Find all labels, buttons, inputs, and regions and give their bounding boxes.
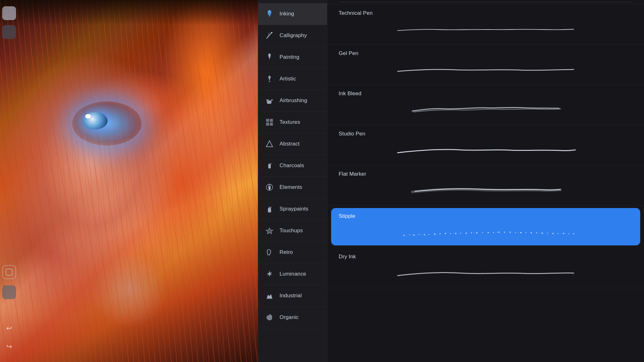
svg-point-16 [403,235,405,236]
dry-ink-stroke [339,264,633,281]
artistic-icon [264,74,275,84]
category-item-abstract[interactable]: Abstract [258,133,327,155]
category-item-airbrushing[interactable]: Airbrushing [258,90,327,112]
airbrushing-icon [264,96,275,106]
svg-point-53 [453,233,454,234]
category-item-textures[interactable]: Textures [258,112,327,133]
svg-point-56 [518,232,519,233]
category-item-spraypaints[interactable]: Spraypaints [258,198,327,220]
svg-point-52 [437,234,437,235]
header-line [339,2,633,3]
category-item-charcoals[interactable]: Charcoals [258,155,327,177]
category-item-painting[interactable]: Painting [258,47,327,68]
painting-icon [264,52,275,62]
toolbar-bottom: ↩ ↪ [0,322,18,353]
luminance-icon [264,269,275,279]
flat-marker-name: Flat Marker [339,171,633,177]
brush-list-panel: Technical Pen Gel Pen Ink Bleed [327,0,644,362]
svg-point-57 [540,233,540,233]
brush-categories-panel: Inking Calligraphy Painting Arti [258,0,327,362]
svg-point-11 [269,185,270,186]
svg-rect-3 [266,99,269,101]
category-item-organic[interactable]: Organic [258,307,327,328]
svg-point-23 [440,233,441,234]
undo-button[interactable]: ↩ [3,322,15,334]
category-item-touchups[interactable]: Touchups [258,220,327,242]
svg-point-38 [520,232,522,233]
textures-label: Textures [280,119,300,125]
svg-point-35 [504,232,505,233]
svg-point-40 [531,232,532,233]
studio-pen-stroke [339,141,633,158]
inking-icon [264,9,275,19]
category-item-elements[interactable]: Elements [258,177,327,198]
calligraphy-icon [264,30,275,41]
svg-point-22 [434,233,436,235]
spraypaints-label: Spraypaints [280,206,308,212]
technical-pen-name: Technical Pen [339,10,633,16]
technical-pen-stroke [339,20,633,37]
svg-point-15 [270,207,272,208]
svg-point-42 [542,233,543,234]
left-toolbar: ↩ ↪ [0,0,18,362]
charcoals-icon [264,161,275,171]
svg-point-45 [558,233,558,234]
brush-item-technical-pen[interactable]: Technical Pen [327,4,644,45]
svg-point-21 [429,234,430,235]
stipple-stroke [339,223,633,240]
svg-point-49 [406,235,407,236]
svg-point-29 [471,232,472,233]
category-item-artistic[interactable]: Artistic [258,68,327,90]
svg-rect-14 [269,207,270,208]
svg-point-43 [547,233,548,233]
flat-marker-stroke [339,181,633,198]
ink-bleed-stroke [339,101,633,118]
elements-icon [264,182,275,192]
painting-label: Painting [280,54,299,60]
category-item-luminance[interactable]: Luminance [258,263,327,285]
svg-point-50 [412,235,412,235]
brush-shape-selector[interactable] [2,265,16,279]
svg-point-17 [409,234,410,235]
svg-point-33 [493,232,494,233]
svg-point-26 [455,233,457,234]
studio-pen-name: Studio Pen [339,131,633,137]
touchups-icon [264,226,275,236]
brush-item-studio-pen[interactable]: Studio Pen [327,125,644,165]
spraypaints-icon [264,204,275,214]
brush-item-dry-ink[interactable]: Dry Ink [327,248,644,288]
svg-point-36 [510,232,511,233]
opacity-slider[interactable] [2,285,16,299]
svg-rect-6 [270,119,273,122]
svg-point-47 [568,233,569,234]
calligraphy-label: Calligraphy [280,32,307,39]
category-item-retro[interactable]: Retro [258,242,327,263]
canvas-image [0,0,258,362]
brush-item-ink-bleed[interactable]: Ink Bleed [327,85,644,125]
category-item-inking[interactable]: Inking [258,3,327,25]
svg-point-19 [419,234,419,235]
canvas-area: ↩ ↪ [0,0,258,362]
color-swatch-2[interactable] [2,25,16,39]
svg-point-55 [497,232,497,233]
svg-point-31 [482,232,483,233]
svg-point-1 [269,81,270,82]
artistic-label: Artistic [280,76,296,82]
brush-item-flat-marker[interactable]: Flat Marker [327,165,644,206]
retro-icon [264,247,275,257]
svg-point-39 [525,232,526,233]
brush-item-stipple[interactable]: Stipple [331,208,640,245]
svg-point-27 [460,233,461,233]
svg-point-37 [515,232,516,233]
organic-label: Organic [280,314,299,321]
category-item-calligraphy[interactable]: Calligraphy [258,25,327,47]
organic-icon [264,312,275,322]
airbrushing-label: Airbrushing [280,97,307,104]
gel-pen-stroke [339,60,633,78]
industrial-icon [264,291,275,301]
category-item-industrial[interactable]: Industrial [258,285,327,307]
color-swatch-1[interactable] [2,6,16,20]
redo-button[interactable]: ↪ [3,341,15,353]
retro-label: Retro [280,249,293,255]
brush-item-gel-pen[interactable]: Gel Pen [327,45,644,85]
